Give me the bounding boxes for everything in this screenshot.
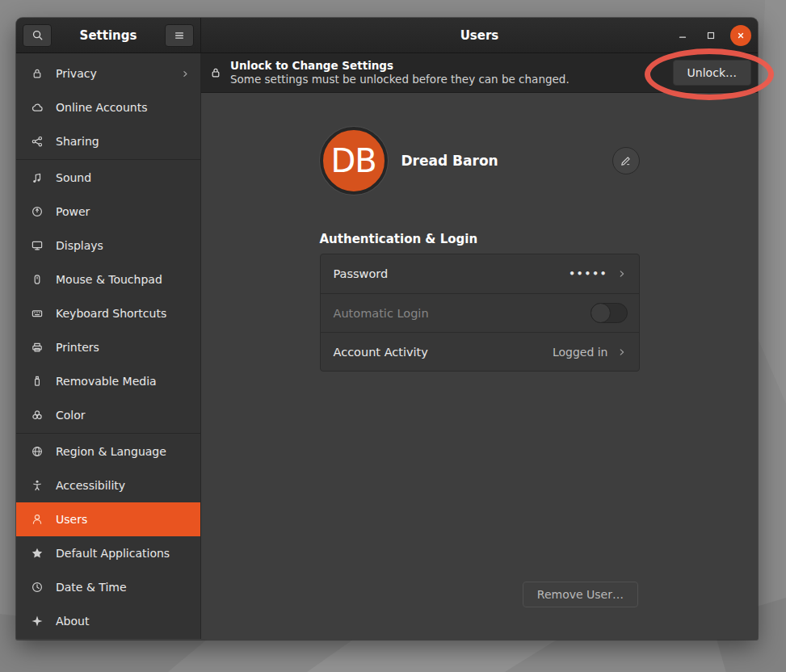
sparkle-icon xyxy=(31,615,44,628)
sidebar-item-users[interactable]: Users xyxy=(16,502,200,536)
chevron-right-icon xyxy=(616,346,628,358)
sidebar-item-displays[interactable]: Displays xyxy=(16,229,200,262)
settings-window: Settings Users xyxy=(16,18,758,640)
sidebar-separator xyxy=(16,433,200,434)
sidebar-item-default-applications[interactable]: Default Applications xyxy=(16,536,200,570)
primary-menu-button[interactable] xyxy=(165,24,194,47)
auth-rows-group: Password ••••• Automatic Login Account A… xyxy=(320,254,640,372)
minimize-button[interactable] xyxy=(674,27,691,44)
pencil-icon xyxy=(620,155,632,167)
power-icon xyxy=(31,205,44,218)
user-header: DB Dread Baron xyxy=(320,127,640,195)
sidebar: Privacy Online Accounts Sharing Sound Po… xyxy=(16,53,201,639)
automatic-login-row: Automatic Login xyxy=(321,293,639,332)
sidebar-item-date-time[interactable]: Date & Time xyxy=(16,570,200,604)
mouse-icon xyxy=(31,273,44,286)
maximize-button[interactable] xyxy=(702,27,720,44)
music-note-icon xyxy=(31,171,44,184)
password-row[interactable]: Password ••••• xyxy=(321,254,639,293)
titlebar: Settings Users xyxy=(16,18,758,53)
auth-section-title: Authentication & Login xyxy=(320,232,640,246)
rename-user-button[interactable] xyxy=(612,147,640,174)
remove-user-button[interactable]: Remove User… xyxy=(523,582,638,607)
activity-value: Logged in xyxy=(553,346,608,359)
user-icon xyxy=(31,513,44,526)
content-headerbar: Users xyxy=(201,18,758,52)
accessibility-person-icon xyxy=(31,479,44,492)
sidebar-item-privacy[interactable]: Privacy xyxy=(16,57,200,90)
sidebar-item-sound[interactable]: Sound xyxy=(16,161,200,195)
user-name: Dread Baron xyxy=(401,153,612,169)
hamburger-menu-icon xyxy=(174,30,185,41)
flash-drive-icon xyxy=(31,375,44,388)
star-icon xyxy=(31,547,44,560)
banner-title: Unlock to Change Settings xyxy=(230,59,673,73)
close-button[interactable] xyxy=(730,25,751,46)
password-dots: ••••• xyxy=(569,268,607,279)
settings-title: Settings xyxy=(52,28,165,43)
sidebar-item-mouse-touchpad[interactable]: Mouse & Touchpad xyxy=(16,262,200,296)
user-avatar[interactable]: DB xyxy=(320,127,388,195)
banner-subtitle: Some settings must be unlocked before th… xyxy=(230,73,673,86)
sidebar-item-online-accounts[interactable]: Online Accounts xyxy=(16,90,200,124)
toggle-knob xyxy=(591,303,611,323)
keyboard-icon xyxy=(31,307,44,320)
unlock-button[interactable]: Unlock… xyxy=(673,60,751,86)
sidebar-item-region-language[interactable]: Region & Language xyxy=(16,435,200,468)
page-title: Users xyxy=(460,28,499,43)
display-icon xyxy=(31,239,44,252)
sidebar-item-about[interactable]: About xyxy=(16,604,200,638)
globe-icon xyxy=(31,445,44,458)
share-icon xyxy=(31,135,44,148)
automatic-login-toggle[interactable] xyxy=(591,303,628,323)
account-activity-row[interactable]: Account Activity Logged in xyxy=(321,332,639,371)
clock-icon xyxy=(31,581,44,594)
search-icon xyxy=(32,29,44,41)
printer-icon xyxy=(31,341,44,354)
window-controls xyxy=(674,18,751,53)
user-page: DB Dread Baron Authentication & Login Pa… xyxy=(320,93,640,372)
sidebar-headerbar: Settings xyxy=(16,18,201,52)
chevron-right-icon xyxy=(616,268,628,279)
sidebar-item-removable-media[interactable]: Removable Media xyxy=(16,364,200,398)
sidebar-item-power[interactable]: Power xyxy=(16,195,200,229)
sidebar-item-printers[interactable]: Printers xyxy=(16,330,200,364)
close-icon xyxy=(735,30,746,41)
users-panel: Unlock to Change Settings Some settings … xyxy=(201,53,758,639)
lock-icon xyxy=(209,66,222,79)
sidebar-item-color[interactable]: Color xyxy=(16,398,200,432)
avatar-initials: DB xyxy=(330,142,376,179)
unlock-banner: Unlock to Change Settings Some settings … xyxy=(201,53,758,93)
chevron-right-icon xyxy=(180,69,191,79)
sidebar-separator xyxy=(16,159,200,160)
search-button[interactable] xyxy=(23,24,52,47)
lock-icon xyxy=(31,67,44,80)
sidebar-item-accessibility[interactable]: Accessibility xyxy=(16,468,200,502)
color-circles-icon xyxy=(31,409,44,422)
sidebar-item-sharing[interactable]: Sharing xyxy=(16,124,200,158)
sidebar-item-keyboard-shortcuts[interactable]: Keyboard Shortcuts xyxy=(16,296,200,330)
cloud-icon xyxy=(31,101,44,114)
